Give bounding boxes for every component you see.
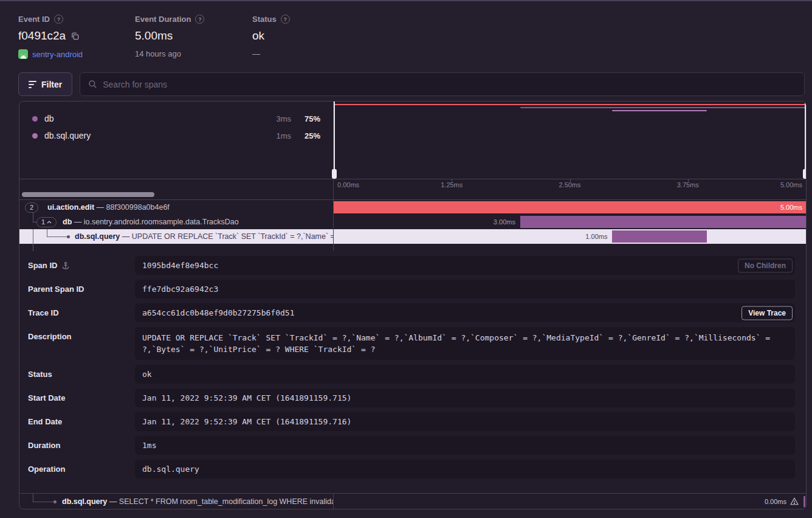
detail-label: Duration [28,441,60,450]
filter-button[interactable]: Filter [18,72,72,96]
tree-scrollbar-track [19,190,334,199]
span-op: db [63,218,72,226]
copy-icon[interactable] [71,32,80,41]
chevron-up-icon [47,221,52,224]
detail-row-span-id: Span ID 1095bd4ef8e94bcc No Children [19,256,806,275]
span-duration-label: 3.00ms [494,216,515,228]
axis-label: 5.00ms [780,181,802,188]
legend-item-db-sql-query[interactable]: db.sql.query 1ms 25% [32,127,320,144]
help-icon[interactable]: ? [195,15,204,24]
detail-label: Span ID [28,261,57,270]
help-icon[interactable]: ? [54,15,63,24]
tree-connector [33,494,33,502]
tree-scrollbar-row [19,190,806,200]
help-icon[interactable]: ? [281,15,290,24]
event-duration-column: Event Duration ? 5.00ms 14 hours ago [135,15,204,58]
zero-duration-bar [803,496,805,507]
span-desc: io.sentry.android.roomsample.data.Tracks… [84,218,239,226]
detail-label: Description [28,332,72,341]
span-desc: UPDATE OR REPLACE `Track` SET `TrackId` … [132,232,333,241]
status-value: ok [252,29,264,43]
start-date-value: Jan 11, 2022 9:52:39 AM CET (1641891159.… [135,388,795,407]
minimap-left-handle[interactable] [334,102,335,179]
event-age: 14 hours ago [135,49,181,58]
anchor-icon[interactable] [61,261,70,272]
search-input[interactable] [103,80,796,89]
view-trace-button[interactable]: View Trace [741,306,793,320]
axis-label: 3.75ms [677,181,699,188]
event-duration-value: 5.00ms [135,29,173,43]
span-duration-label: 5.00ms [780,201,802,213]
span-id-value: 1095bd4ef8e94bcc No Children [135,256,795,275]
detail-row-end-date: End Date Jan 11, 2022 9:52:39 AM CET (16… [19,412,806,431]
tree-connector [33,502,53,502]
android-platform-icon [18,49,28,59]
time-axis: 0.00ms 1.25ms 2.50ms 3.75ms 5.00ms [334,179,806,190]
detail-row-duration: Duration 1ms [19,436,806,455]
page-top-border [0,0,812,1]
detail-label: Operation [28,464,65,474]
tree-connector [33,215,33,222]
status-label-text: Status [252,15,277,24]
warning-icon [790,497,799,505]
event-duration-label-text: Event Duration [135,15,191,24]
event-id-column: Event ID ? f0491c2a s [18,15,83,59]
tree-scrollbar-thumb[interactable] [22,192,154,197]
detail-row-status: Status ok [19,365,806,384]
axis-label: 2.50ms [559,181,580,188]
span-duration-bar[interactable] [612,230,706,243]
legend-dot-icon [32,133,38,139]
legend-op-name: db [44,114,255,123]
minimap-span-db-sql-query [612,110,706,111]
axis-label: 1.25ms [441,181,463,188]
span-details-page: Event ID ? f0491c2a s [0,0,812,518]
event-id-value: f0491c2a [18,29,66,43]
legend-item-db[interactable]: db 3ms 75% [32,110,320,127]
minimap-right-handle[interactable] [805,102,806,179]
operation-value: db.sql.query [135,460,795,478]
end-date-value: Jan 11, 2022 9:52:39 AM CET (1641891159.… [135,412,795,431]
span-row-db-sql-query-select[interactable]: db.sql.query — SELECT * FROM room_table_… [19,493,806,509]
detail-row-operation: Operation db.sql.query [19,460,806,478]
span-waterfall-panel: db 3ms 75% db.sql.query 1ms 25% [19,101,807,509]
minimap-span-ui-action-edit [334,104,806,105]
span-op: db.sql.query [75,232,120,241]
tree-connector [33,229,33,244]
detail-row-trace-id: Trace ID a654cc61dc0b48ef9d0b27275b6f0d5… [19,303,806,322]
detail-row-start-date: Start Date Jan 11, 2022 9:52:39 AM CET (… [19,388,806,407]
tree-connector [47,229,47,237]
span-row-db-sql-query-selected[interactable]: db.sql.query — UPDATE OR REPLACE `Track`… [19,229,806,244]
minimap-section: db 3ms 75% db.sql.query 1ms 25% [19,102,806,179]
event-id-label: Event ID ? [18,15,83,24]
legend-op-name: db.sql.query [44,131,255,140]
span-duration-bar[interactable] [520,216,806,228]
span-row-ui-action-edit[interactable]: 2 ui.action.edit — 88f300998a0b4e6f 5.00… [19,200,806,215]
time-axis-left-spacer [19,179,334,190]
span-duration-label: 1.00ms [585,230,607,243]
tree-gap-strip [19,244,806,251]
legend-op-percent: 25% [291,131,320,140]
time-axis-row: 0.00ms 1.25ms 2.50ms 3.75ms 5.00ms [19,179,806,190]
span-row-db[interactable]: 1 db — io.sentry.android.roomsample.data… [19,215,806,229]
trace-id-value: a654cc61dc0b48ef9d0b27275b6f0d51 View Tr… [135,303,795,322]
span-op: ui.action.edit [47,203,94,212]
span-op: db.sql.query [62,497,107,506]
spans-toolbar: Filter [18,72,805,96]
span-duration-bar[interactable]: 5.00ms [334,201,806,213]
children-count-badge[interactable]: 2 [25,202,38,213]
search-icon [88,80,97,89]
no-children-button: No Children [738,258,793,272]
status-http-code: — [252,49,260,58]
status-label: Status ? [252,15,290,24]
leaf-dot-icon [53,500,57,503]
event-duration-label: Event Duration ? [135,15,204,24]
trace-minimap[interactable] [334,102,806,179]
event-id-label-text: Event ID [18,15,50,24]
children-count-badge[interactable]: 1 [36,217,57,227]
project-link[interactable]: sentry-android [32,50,83,59]
axis-label: 0.00ms [337,181,359,188]
detail-row-description: Description UPDATE OR REPLACE `Track` SE… [19,327,806,360]
span-desc: SELECT * FROM room_table_modification_lo… [119,497,333,506]
legend-op-percent: 75% [291,114,320,123]
span-duration-label: 0.00ms [765,498,786,505]
